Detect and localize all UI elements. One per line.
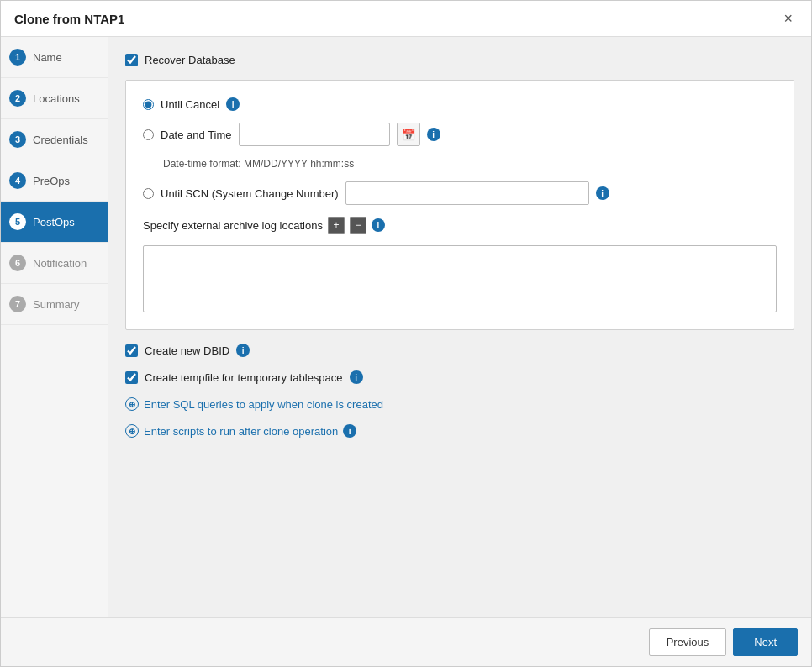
- create-dbid-info-icon[interactable]: i: [236, 344, 250, 357]
- date-time-radio[interactable]: [143, 129, 154, 140]
- sidebar-item-summary[interactable]: 7 Summary: [1, 284, 108, 325]
- recover-database-checkbox[interactable]: [125, 54, 138, 66]
- sidebar-item-notification[interactable]: 6 Notification: [1, 243, 108, 284]
- scripts-link[interactable]: Enter scripts to run after clone operati…: [144, 425, 338, 438]
- step-badge-3: 3: [9, 131, 26, 148]
- archive-log-label: Specify external archive log locations: [143, 219, 323, 232]
- clone-dialog: Clone from NTAP1 × 1 Name 2 Locations 3 …: [0, 0, 812, 667]
- step-badge-2: 2: [9, 90, 26, 107]
- step-badge-1: 1: [9, 49, 26, 66]
- create-tempfile-label: Create tempfile for temporary tablespace: [145, 371, 343, 384]
- scripts-info-icon[interactable]: i: [343, 424, 356, 438]
- dialog-header: Clone from NTAP1 ×: [1, 1, 811, 37]
- sidebar-item-label-credentials: Credentials: [33, 134, 88, 146]
- step-badge-7: 7: [9, 296, 26, 312]
- until-scn-radio[interactable]: [143, 188, 154, 199]
- create-tempfile-row: Create tempfile for temporary tablespace…: [125, 370, 794, 384]
- archive-log-textarea[interactable]: [143, 245, 777, 312]
- dialog-footer: Previous Next: [1, 617, 811, 666]
- sql-queries-add-icon: ⊕: [125, 397, 139, 411]
- date-time-input[interactable]: [239, 123, 390, 146]
- archive-log-row: Specify external archive log locations +…: [143, 217, 777, 234]
- sidebar: 1 Name 2 Locations 3 Credentials 4 PreOp…: [1, 37, 108, 617]
- sidebar-item-postops[interactable]: 5 PostOps: [1, 202, 108, 243]
- scn-input[interactable]: [345, 181, 589, 205]
- recover-database-label: Recover Database: [145, 54, 235, 66]
- main-content: Recover Database Until Cancel i Date and…: [108, 37, 811, 617]
- recovery-options-card: Until Cancel i Date and Time 📅 i Date-ti…: [125, 80, 794, 330]
- recover-database-row: Recover Database: [125, 54, 794, 66]
- sidebar-item-locations[interactable]: 2 Locations: [1, 78, 108, 119]
- create-dbid-row: Create new DBID i: [125, 344, 794, 357]
- previous-button[interactable]: Previous: [649, 628, 727, 656]
- until-scn-label: Until SCN (System Change Number): [161, 187, 339, 200]
- create-tempfile-checkbox[interactable]: [125, 371, 138, 384]
- close-button[interactable]: ×: [778, 9, 798, 28]
- step-badge-5: 5: [9, 213, 26, 230]
- sidebar-item-label-postops: PostOps: [33, 216, 75, 228]
- until-scn-row: Until SCN (System Change Number) i: [143, 181, 777, 205]
- next-button[interactable]: Next: [733, 628, 798, 656]
- date-and-time-row: Date and Time 📅 i: [143, 123, 777, 146]
- until-cancel-label: Until Cancel: [161, 98, 219, 111]
- create-tempfile-info-icon[interactable]: i: [350, 370, 363, 384]
- sidebar-item-credentials[interactable]: 3 Credentials: [1, 119, 108, 160]
- sql-queries-link[interactable]: Enter SQL queries to apply when clone is…: [144, 398, 383, 411]
- scripts-add-icon: ⊕: [125, 424, 139, 438]
- date-format-hint: Date-time format: MM/DD/YYYY hh:mm:ss: [143, 158, 777, 170]
- create-dbid-label: Create new DBID: [145, 344, 229, 357]
- date-time-label: Date and Time: [161, 129, 232, 141]
- dialog-title: Clone from NTAP1: [14, 12, 124, 26]
- create-dbid-checkbox[interactable]: [125, 344, 138, 357]
- until-cancel-radio[interactable]: [143, 99, 154, 110]
- archive-info-icon[interactable]: i: [372, 218, 385, 232]
- sidebar-item-label-locations: Locations: [33, 92, 80, 105]
- scripts-row: ⊕ Enter scripts to run after clone opera…: [125, 424, 794, 438]
- date-time-info-icon[interactable]: i: [427, 128, 440, 141]
- dialog-body: 1 Name 2 Locations 3 Credentials 4 PreOp…: [1, 37, 811, 617]
- step-badge-4: 4: [9, 172, 26, 189]
- sidebar-item-label-preops: PreOps: [33, 175, 70, 187]
- sidebar-item-label-notification: Notification: [33, 257, 87, 270]
- sidebar-item-name[interactable]: 1 Name: [1, 37, 108, 78]
- scn-info-icon[interactable]: i: [596, 186, 609, 200]
- calendar-button[interactable]: 📅: [397, 123, 420, 146]
- step-badge-6: 6: [9, 255, 26, 271]
- until-cancel-row: Until Cancel i: [143, 97, 777, 111]
- sidebar-item-label-summary: Summary: [33, 298, 80, 311]
- archive-remove-button[interactable]: −: [350, 217, 366, 234]
- until-cancel-info-icon[interactable]: i: [226, 97, 240, 111]
- sidebar-item-preops[interactable]: 4 PreOps: [1, 160, 108, 202]
- sql-queries-row: ⊕ Enter SQL queries to apply when clone …: [125, 397, 794, 411]
- sidebar-item-label-name: Name: [33, 51, 62, 64]
- archive-add-button[interactable]: +: [328, 217, 345, 234]
